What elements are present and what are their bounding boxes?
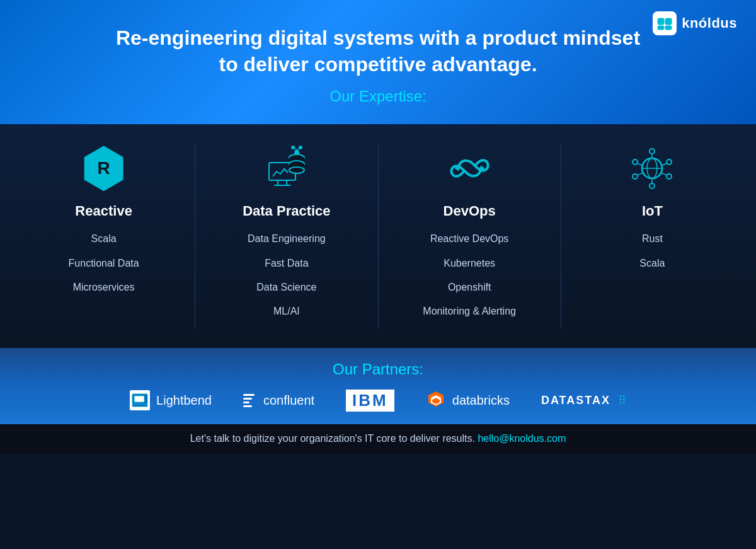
data-practice-title: Data Practice (208, 203, 365, 219)
data-practice-item-fast: Fast Data (208, 257, 365, 270)
confluent-label: confluent (263, 393, 314, 408)
main-headline: Re-engineering digital systems with a pr… (13, 25, 743, 78)
svg-point-13 (295, 151, 299, 154)
iot-item-rust: Rust (574, 232, 731, 246)
iot-title: IoT (574, 203, 731, 219)
data-practice-item-engineering: Data Engineering (208, 232, 365, 246)
datastax-label: DATASTAX (541, 394, 610, 407)
ibm-partner: IBM (346, 390, 394, 412)
data-practice-column: Data Practice Data Engineering Fast Data… (195, 143, 378, 329)
databricks-partner: databricks (426, 390, 510, 410)
partners-label: Our Partners: (25, 361, 731, 378)
databricks-icon (426, 390, 446, 410)
data-practice-item-science: Data Science (208, 280, 365, 294)
reactive-column: R Reactive Scala Functional Data Microse… (13, 143, 195, 329)
svg-point-12 (289, 167, 304, 173)
iot-item-scala: Scala (574, 257, 731, 270)
partners-section: Our Partners: Lightbend confluent (0, 348, 756, 424)
svg-rect-3 (665, 26, 672, 30)
reactive-item-microservices: Microservices (25, 280, 182, 294)
svg-point-25 (633, 174, 638, 179)
devops-column: DevOps Reactive DevOps Kubernetes Opensh… (379, 143, 561, 329)
footer-section: Let's talk to digitize your organization… (0, 424, 756, 453)
svg-point-24 (650, 183, 655, 188)
reactive-icon: R (79, 143, 129, 194)
databricks-label: databricks (452, 393, 510, 408)
footer-text: Let's talk to digitize your organization… (190, 433, 475, 444)
knoldus-logo-icon (653, 11, 677, 35)
devops-icon (444, 143, 495, 194)
svg-point-23 (667, 174, 672, 179)
reactive-item-functional-data: Functional Data (25, 257, 182, 270)
svg-point-17 (292, 146, 294, 149)
partners-row: Lightbend confluent IBM databricks (25, 390, 731, 412)
datastax-partner: DATASTAX ⠿ (541, 393, 626, 407)
ibm-label: IBM (346, 390, 394, 412)
reactive-item-scala: Scala (25, 232, 182, 246)
header-section: knóldus Re-engineering digital systems w… (0, 0, 756, 124)
logo-text: knóldus (682, 15, 737, 32)
iot-icon (627, 143, 677, 194)
devops-item-kubernetes: Kubernetes (391, 257, 548, 270)
svg-rect-37 (134, 396, 144, 402)
devops-item-monitoring: Monitoring & Alerting (391, 304, 548, 318)
confluent-icon (243, 394, 255, 407)
lightbend-label: Lightbend (156, 393, 212, 408)
hex-r-icon: R (81, 146, 127, 191)
svg-rect-36 (132, 404, 147, 407)
datastax-dots-icon: ⠿ (618, 393, 626, 407)
devops-item-openshift: Openshift (391, 280, 548, 294)
iot-column: IoT Rust Scala (561, 143, 743, 329)
svg-point-21 (650, 149, 655, 154)
svg-rect-0 (658, 18, 664, 25)
footer-email[interactable]: hello@knoldus.com (478, 433, 566, 444)
svg-line-29 (661, 173, 667, 175)
reactive-title: Reactive (25, 203, 182, 219)
svg-point-16 (299, 146, 302, 149)
svg-rect-1 (665, 18, 672, 25)
data-practice-item-mlai: ML/AI (208, 304, 365, 318)
confluent-partner: confluent (243, 393, 314, 408)
lightbend-partner: Lightbend (130, 390, 212, 410)
svg-point-26 (633, 159, 638, 165)
expertise-label: Our Expertise: (13, 88, 743, 105)
lightbend-icon (130, 390, 150, 410)
expertise-section: R Reactive Scala Functional Data Microse… (0, 124, 756, 348)
devops-title: DevOps (391, 203, 548, 219)
logo-area: knóldus (653, 11, 737, 35)
svg-rect-2 (658, 26, 664, 30)
svg-point-22 (667, 159, 672, 165)
svg-line-31 (637, 173, 643, 175)
data-practice-icon (261, 143, 312, 194)
devops-item-reactive: Reactive DevOps (391, 232, 548, 246)
